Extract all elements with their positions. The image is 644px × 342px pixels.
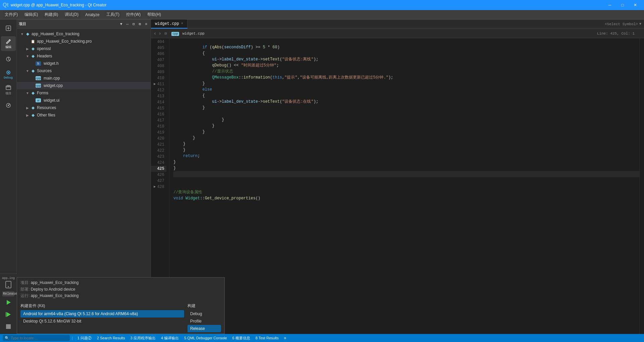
line-421: 421 <box>151 142 166 148</box>
tab-close-button[interactable]: × <box>181 22 183 26</box>
tree-item-widget-cpp[interactable]: cpp widget.cpp <box>17 82 151 89</box>
collapse-button[interactable]: ⊟ <box>131 21 136 27</box>
maximize-button[interactable]: □ <box>616 0 629 10</box>
sync-button[interactable]: ↔ <box>125 21 130 27</box>
sort-button[interactable]: ≡ <box>144 21 149 27</box>
status-tab-summary[interactable]: 6 概要信息 <box>230 334 253 342</box>
tab-filename: widget.cpp <box>155 21 179 26</box>
select-symbol-label: <Select Symbol> <box>605 22 638 26</box>
vertical-scrollbar[interactable] <box>639 38 644 338</box>
code-line-405: { <box>173 51 205 56</box>
build-header: 构建 <box>187 302 221 310</box>
status-tab-test[interactable]: 8 Test Results <box>253 334 281 342</box>
symbol-select-area[interactable]: <Select Symbol> ▼ <box>602 19 644 29</box>
menu-help[interactable]: 帮助(H) <box>144 10 164 19</box>
status-tab-qml[interactable]: 5 QML Debugger Console <box>181 334 229 342</box>
expand-root-icon: ▼ <box>19 32 25 36</box>
filter-button[interactable]: ▼ <box>119 21 124 27</box>
release-label[interactable]: Release <box>2 291 14 296</box>
menu-file[interactable]: 文件(F) <box>1 10 21 19</box>
code-line-408: //显示状态 <box>173 69 233 74</box>
build-option-debug[interactable]: Debug <box>187 310 221 317</box>
editor-tab-widget-cpp[interactable]: widget.cpp × <box>151 19 187 29</box>
sidebar-debug-label: Debug <box>4 76 13 80</box>
close-button[interactable]: ✕ <box>629 0 641 10</box>
window-controls: ─ □ ✕ <box>604 0 641 10</box>
breadcrumb: widget.cpp <box>182 32 205 36</box>
headers-folder-icon: ◆ <box>30 54 36 58</box>
menu-widgets[interactable]: 控件(W) <box>123 10 144 19</box>
tree-item-headers[interactable]: ▼ ◆ Headers <box>17 52 151 60</box>
nav-back-button[interactable]: ‹ <box>154 31 156 36</box>
menu-analyze[interactable]: Analyze <box>82 11 103 18</box>
status-tab-search[interactable]: 2 Search Results <box>94 334 128 342</box>
tree-item-openssl[interactable]: ▶ ◆ openssl <box>17 45 151 52</box>
statusbar: 🔍 | 1 问题② 2 Search Results 3 应用程序输出 4 编译… <box>0 334 644 342</box>
sidebar-item-design[interactable] <box>1 52 16 66</box>
tree-item-sources[interactable]: ▼ ◆ Sources <box>17 67 151 75</box>
line-420: 420 <box>151 136 166 142</box>
status-tab-problems[interactable]: 1 问题② <box>75 334 94 342</box>
code-line-427: //查询设备属性 <box>173 190 202 195</box>
code-line-413: ui->label_dev_state->setText("设备状态:在线"); <box>173 99 318 104</box>
line-428: ▶428 <box>151 184 166 190</box>
svg-point-6 <box>8 105 9 106</box>
line-406: 406 <box>151 51 166 57</box>
tree-item-other-files[interactable]: ▶ ◆ Other files <box>17 111 151 119</box>
code-line-412: { <box>173 93 205 98</box>
sidebar-item-debug[interactable]: Debug <box>1 67 16 82</box>
sidebar-item-projects[interactable]: 项目 <box>1 83 16 97</box>
line-425: 425 <box>151 166 166 172</box>
stop-button[interactable] <box>4 322 13 333</box>
tree-item-widget-ui[interactable]: ui widget.ui <box>17 97 151 104</box>
tree-other-files-label: Other files <box>37 113 149 117</box>
minimize-button[interactable]: ─ <box>604 0 616 10</box>
tree-item-pro[interactable]: 📋 app_Huawei_Eco_tracking.pro <box>17 38 151 45</box>
menu-edit[interactable]: 编辑(E) <box>21 10 41 19</box>
tree-item-forms[interactable]: ▼ ◆ Forms <box>17 89 151 97</box>
nav-forward-button[interactable]: › <box>158 31 161 36</box>
run-info: 运行: app_Huawei_Eco_tracking <box>20 293 221 299</box>
tree-main-cpp-label: main.cpp <box>44 76 149 81</box>
tree-item-widget-h[interactable]: h widget.h <box>17 60 151 67</box>
sidebar-item-edit[interactable]: 编辑 <box>1 36 16 51</box>
tree-item-resources[interactable]: ▶ ◆ Resources <box>17 104 151 111</box>
run-button[interactable] <box>4 298 13 308</box>
forms-folder-icon: ◆ <box>30 91 36 95</box>
headers-expand-icon: ▼ <box>25 54 30 58</box>
tree-pro-label: app_Huawei_Eco_tracking.pro <box>37 39 149 44</box>
code-container: 404 405 406 407 408 409 410 ▶411 412 413… <box>151 38 644 338</box>
menu-tools[interactable]: 工具(T) <box>103 10 123 19</box>
resources-folder-icon: ◆ <box>30 105 36 110</box>
sidebar-projects-label: 项目 <box>5 91 11 96</box>
sidebar-item-welcome[interactable] <box>1 21 16 36</box>
tree-openssl-label: openssl <box>37 46 149 51</box>
kit-option-android[interactable]: Android for arm64-v8a (Clang Qt 5.12.6 f… <box>20 310 184 317</box>
code-line-410: } <box>173 81 205 86</box>
build-option-release[interactable]: Release <box>187 325 221 332</box>
resources-expand-icon: ▶ <box>25 106 30 110</box>
expand-button[interactable]: ⊞ <box>138 21 143 27</box>
line-424: 424 <box>151 160 166 166</box>
forms-expand-icon: ▼ <box>25 91 30 95</box>
build-option-profile[interactable]: Profile <box>187 317 221 325</box>
menu-debug[interactable]: 调试(D) <box>61 10 82 19</box>
line-col-info: Line: 425, Col: 1 <box>597 32 635 36</box>
project-file-icon: ◆ <box>25 32 30 36</box>
status-tab-more[interactable]: ≡ <box>281 334 289 342</box>
status-tab-app-output[interactable]: 3 应用程序输出 <box>128 334 158 342</box>
code-content[interactable]: if (qAbs(secondsDiff) >= 5 * 60) { ui->l… <box>169 38 639 338</box>
titlebar: Qt widget.cpp @ app_Huawei_Eco_tracking … <box>0 0 644 10</box>
status-tab-compile[interactable]: 4 编译输出 <box>158 334 181 342</box>
tree-item-main-cpp[interactable]: cpp main.cpp <box>17 75 151 82</box>
code-line-411: else <box>173 87 212 92</box>
build-run-button[interactable] <box>4 310 13 321</box>
kit-option-desktop[interactable]: Desktop Qt 5.12.6 MinGW 32-bit <box>20 317 184 325</box>
deploy-label: 部署: <box>20 287 31 292</box>
locate-input[interactable] <box>11 336 64 340</box>
deploy-info: 部署: Deploy to Android device <box>20 286 221 293</box>
code-line-421: } <box>173 148 185 152</box>
menu-build[interactable]: 构建(B) <box>41 10 61 19</box>
sidebar-item-analyze[interactable] <box>1 98 16 113</box>
tree-item-root[interactable]: ▼ ◆ app_Huawei_Eco_tracking <box>17 30 151 38</box>
